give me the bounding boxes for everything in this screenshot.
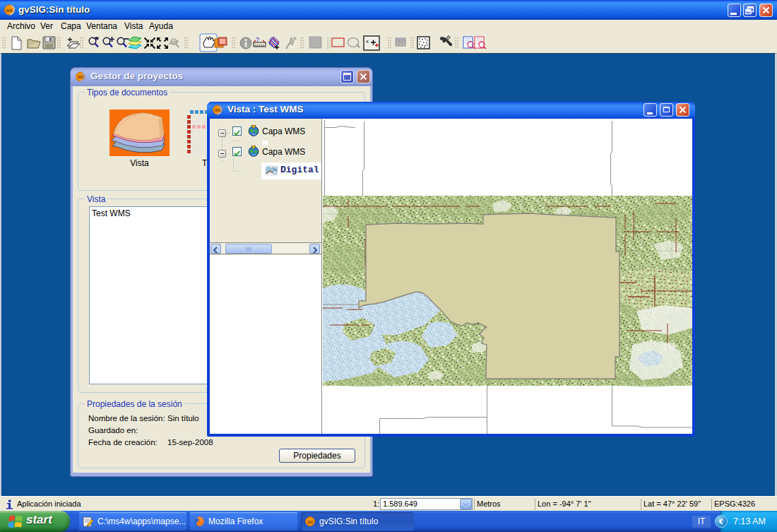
svg-text:SIG: SIG [307,520,314,524]
svg-text:SIG: SIG [78,75,84,79]
svg-text:SIG: SIG [215,108,221,112]
svg-text:SIG: SIG [6,8,13,13]
svg-text:x: x [366,38,369,45]
